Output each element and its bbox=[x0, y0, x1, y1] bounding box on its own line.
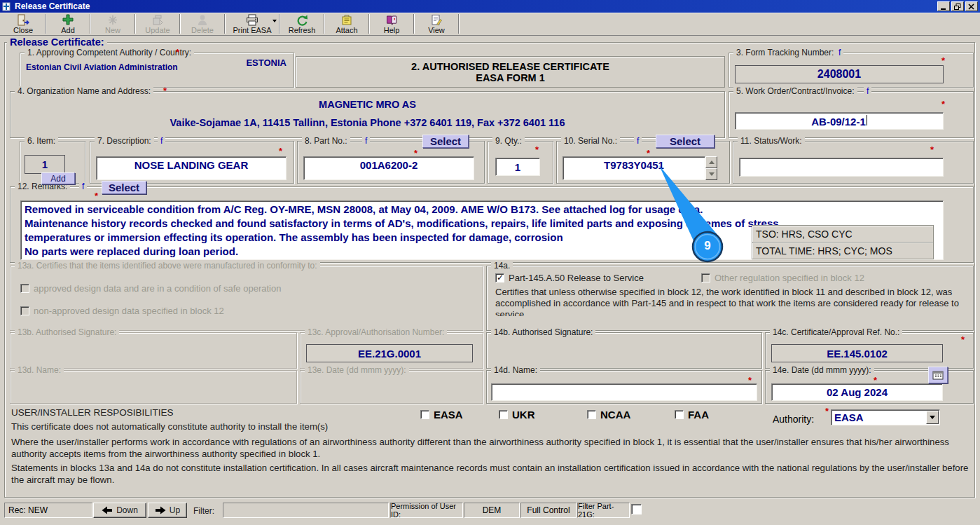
certificate-title-line2: EASA FORM 1 bbox=[476, 72, 545, 83]
filter-label: Filter: bbox=[193, 506, 214, 516]
field-14b-signature: 14b. Authorised Signature: bbox=[486, 332, 762, 369]
update-icon bbox=[151, 14, 164, 26]
field10-label: 10. Serial No.: bbox=[561, 136, 620, 146]
restore-button[interactable] bbox=[951, 1, 964, 11]
section14a-text: Certifies that unless otherwise specifie… bbox=[495, 287, 960, 316]
approved-design-checkbox bbox=[20, 284, 29, 293]
field-14c-certificate-ref: 14c. Certificate/Approval Ref. No.: * EE… bbox=[765, 332, 974, 369]
ncaa-checkbox[interactable] bbox=[587, 410, 596, 419]
filter-part21g-checkbox[interactable] bbox=[631, 504, 642, 514]
spinner-up-button[interactable] bbox=[705, 156, 717, 168]
work-order-input[interactable]: AB-09/12-1 bbox=[735, 112, 944, 130]
filter-part21g-label: Filter Part-21G: bbox=[577, 503, 630, 518]
field-13c-approval-number: 13c. Approval/Authorisation Number: EE.2… bbox=[300, 332, 483, 369]
required-asterisk: * bbox=[95, 193, 98, 200]
field1-label: 1. Approving Competent Authority / Count… bbox=[25, 48, 194, 57]
field-approving-authority: 1. Approving Competent Authority / Count… bbox=[20, 53, 294, 88]
printer-icon bbox=[244, 14, 260, 26]
part145-release-checkbox[interactable] bbox=[495, 273, 504, 282]
close-door-icon bbox=[16, 14, 30, 26]
organization-name: MAGNETIC MRO AS bbox=[11, 99, 724, 110]
qty-input[interactable]: 1 bbox=[495, 158, 540, 176]
serial-no-input[interactable]: T9783Y0451 bbox=[563, 156, 705, 180]
attach-button[interactable]: Attach bbox=[326, 13, 367, 34]
non-approved-design-checkbox bbox=[20, 306, 29, 315]
arrow-right-icon bbox=[155, 506, 166, 514]
total-time-row: TOTAL TIME: HRS; CYC; MOS bbox=[752, 243, 933, 259]
authority-label: Authority: bbox=[773, 414, 814, 425]
spinner-down-button[interactable] bbox=[705, 168, 717, 180]
dropdown-arrow-button[interactable] bbox=[926, 411, 939, 424]
field-13d-name: 13d. Name: bbox=[10, 370, 297, 404]
ukr-checkbox[interactable] bbox=[499, 410, 508, 419]
release-certificate-window: Release Certificate Close Add New Update bbox=[0, 0, 980, 525]
refresh-button[interactable]: Refresh bbox=[282, 13, 322, 34]
user-id-value: DEM bbox=[464, 503, 520, 518]
toolbar-separator bbox=[45, 14, 46, 34]
faa-checkbox[interactable] bbox=[675, 410, 684, 419]
field-form-tracking-number: 3. Form Tracking Number: f * 2408001 bbox=[729, 53, 974, 88]
filter-input[interactable] bbox=[223, 503, 389, 518]
date-14e-input[interactable]: 02 Aug 2024 bbox=[771, 383, 943, 401]
tso-row: TSO: HRS, CSO CYC bbox=[752, 226, 933, 243]
item-add-button[interactable]: Add bbox=[41, 172, 75, 184]
f-marker: f bbox=[836, 48, 843, 57]
close-window-button[interactable] bbox=[965, 1, 978, 11]
close-button[interactable]: Close bbox=[3, 13, 43, 34]
part-no-select-button[interactable]: Select bbox=[422, 135, 469, 148]
field-work-order: 5. Work Order/Contract/Invoice: f * AB-0… bbox=[729, 91, 974, 138]
field-certificate-title: 2. AUTHORISED RELEASE CERTIFICATE EASA F… bbox=[296, 56, 725, 88]
field4-label: 4. Organization Name and Address: bbox=[15, 86, 153, 96]
ukr-checkbox-row: UKR bbox=[499, 409, 535, 421]
serial-no-select-button[interactable]: Select bbox=[656, 135, 715, 148]
field-14e-date: 14e. Date (dd mmm yyyy): * 02 Aug 2024 bbox=[765, 370, 974, 404]
toolbar-separator bbox=[458, 14, 460, 34]
status-work-input[interactable] bbox=[739, 158, 944, 177]
refresh-icon bbox=[296, 14, 308, 26]
up-button[interactable]: Up bbox=[148, 503, 187, 518]
print-easa-button[interactable]: Print EASA bbox=[227, 13, 277, 34]
required-asterisk: * bbox=[961, 336, 965, 343]
field5-label: 5. Work Order/Contract/Invoice: bbox=[733, 86, 857, 96]
authority-value: Estonian Civil Aviation Administration bbox=[26, 62, 178, 72]
toolbar-separator bbox=[134, 14, 136, 34]
toolbar-separator bbox=[413, 14, 415, 34]
minimize-button[interactable] bbox=[937, 1, 950, 11]
field-organization: 4. Organization Name and Address: * MAGN… bbox=[10, 91, 725, 138]
update-button: Update bbox=[137, 13, 178, 34]
page-title: Release Certificate: bbox=[7, 36, 107, 48]
toolbar-separator bbox=[90, 14, 91, 34]
section14a-label: 14a. bbox=[491, 261, 513, 271]
name-14d-input[interactable] bbox=[491, 383, 757, 401]
add-button[interactable]: Add bbox=[48, 13, 88, 34]
f-marker: f bbox=[362, 137, 370, 146]
view-button[interactable]: View bbox=[416, 13, 457, 34]
field-description: 7. Description: f * NOSE LANDING GEAR bbox=[90, 141, 294, 184]
easa-checkbox[interactable] bbox=[420, 410, 429, 419]
field6-label: 6. Item: bbox=[25, 136, 58, 146]
delete-button: Delete bbox=[182, 13, 223, 34]
responsibilities-title: USER/INSTALLER RESPOSIBILITIES bbox=[11, 407, 174, 418]
print-dropdown-caret[interactable] bbox=[272, 20, 277, 22]
f-marker: f bbox=[79, 182, 87, 191]
authority-dropdown[interactable]: EASA bbox=[831, 409, 940, 425]
help-button[interactable]: Help bbox=[371, 13, 412, 34]
toolbar-separator bbox=[224, 14, 226, 34]
delete-icon bbox=[196, 14, 209, 26]
record-status: Rec: NEW bbox=[4, 503, 92, 518]
faa-checkbox-row: FAA bbox=[675, 409, 709, 421]
toolbar-separator bbox=[368, 14, 370, 34]
remarks-select-button[interactable]: Select bbox=[102, 181, 146, 194]
new-button: New bbox=[92, 13, 133, 34]
field3-label: 3. Form Tracking Number: bbox=[733, 48, 836, 57]
view-page-icon bbox=[430, 14, 443, 26]
part-no-input[interactable]: 001A6200-2 bbox=[303, 156, 474, 180]
description-input[interactable]: NOSE LANDING GEAR bbox=[96, 156, 287, 180]
serial-no-spinner[interactable] bbox=[705, 156, 717, 180]
down-button[interactable]: Down bbox=[93, 503, 146, 518]
responsibilities-subtitle: This certificate does not automatically … bbox=[11, 421, 328, 432]
section-13a: 13a. Certifies that the items identified… bbox=[10, 266, 483, 331]
field11-label: 11. Status/Work: bbox=[738, 136, 805, 146]
field8-label: 8. Part No.: bbox=[302, 136, 350, 146]
date-calendar-button[interactable] bbox=[928, 367, 948, 383]
